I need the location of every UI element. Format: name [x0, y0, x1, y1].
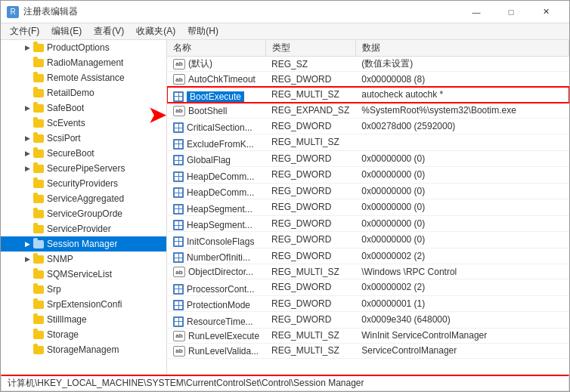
- cell-type: REG_DWORD: [265, 72, 355, 87]
- folder-icon: [33, 208, 45, 219]
- type-icon: HeapSegment...: [173, 204, 252, 215]
- name-text: ProcessorCont...: [187, 284, 254, 295]
- col-type[interactable]: 类型: [265, 40, 355, 57]
- tree-item-1[interactable]: RadioManagement: [1, 55, 166, 70]
- tree-item-0[interactable]: ▶ProductOptions: [1, 40, 166, 55]
- tree-item-7[interactable]: ▶SecureBoot: [1, 146, 166, 161]
- cell-data: 0x00000000 (0): [355, 150, 568, 167]
- type-icon: abRunLevelValida...: [173, 346, 259, 357]
- table-row[interactable]: abRunLevelExecuteREG_MULTI_SZWinInit Ser…: [167, 328, 569, 343]
- tree-item-14[interactable]: ▶SNMP: [1, 252, 166, 267]
- cell-data: 0x00278d00 (2592000): [355, 118, 568, 134]
- tree-item-6[interactable]: ▶ScsiPort: [1, 131, 166, 146]
- tree-item-9[interactable]: SecurityProviders: [1, 176, 166, 191]
- table-row[interactable]: ExcludeFromK...REG_MULTI_SZ: [167, 134, 569, 151]
- type-icon: ResourceTime...: [173, 316, 253, 327]
- tree-arrow: [22, 73, 33, 83]
- main-window: R 注册表编辑器 — □ ✕ 文件(F) 编辑(E) 查看(V) 收藏夹(A) …: [0, 0, 570, 392]
- table-row[interactable]: ProcessorCont...REG_DWORD0x00000002 (2): [167, 279, 569, 296]
- folder-icon: [33, 193, 45, 204]
- tree-item-12[interactable]: ServiceProvider: [1, 221, 166, 236]
- table-row[interactable]: abRunLevelValida...REG_MULTI_SZServiceCo…: [167, 343, 569, 358]
- minimize-button[interactable]: —: [459, 1, 494, 23]
- tree-item-label: SecureBoot: [47, 148, 94, 159]
- tree-item-4[interactable]: ▶SafeBoot: [1, 100, 166, 116]
- menu-edit[interactable]: 编辑(E): [45, 23, 88, 39]
- cell-type: REG_DWORD: [265, 167, 355, 184]
- menu-file[interactable]: 文件(F): [4, 23, 45, 39]
- cell-type: REG_EXPAND_SZ: [265, 103, 355, 118]
- table-row[interactable]: HeapSegment...REG_DWORD0x00000000 (0): [167, 215, 569, 232]
- menu-view[interactable]: 查看(V): [88, 23, 130, 39]
- tree-item-18[interactable]: StillImage: [1, 312, 166, 327]
- tree-arrow: ▶: [22, 254, 33, 264]
- table-row[interactable]: abAutoChkTimeoutREG_DWORD0x00000008 (8): [167, 72, 569, 87]
- tree-arrow: [22, 118, 33, 128]
- grid-icon: [173, 171, 184, 182]
- tree-item-20[interactable]: StorageManagem: [1, 342, 166, 357]
- table-row[interactable]: ProtectionModeREG_DWORD0x00000001 (1): [167, 295, 569, 312]
- cell-name: abRunLevelExecute: [167, 328, 265, 343]
- grid-icon: [173, 139, 184, 150]
- table-row[interactable]: CriticalSection...REG_DWORD0x00278d00 (2…: [167, 118, 569, 134]
- tree-arrow: [22, 344, 33, 355]
- table-row[interactable]: BootExecuteREG_MULTI_SZautocheck autochk…: [167, 87, 569, 103]
- tree-item-15[interactable]: SQMServiceList: [1, 267, 166, 282]
- menu-favorites[interactable]: 收藏夹(A): [130, 23, 181, 39]
- tree-arrow: [22, 299, 33, 310]
- name-text: HeapSegment...: [187, 220, 252, 230]
- tree-item-5[interactable]: ScEvents: [1, 116, 166, 131]
- table-row[interactable]: ResourceTime...REG_DWORD0x0009e340 (6480…: [167, 312, 569, 329]
- tree-item-label: SafeBoot: [47, 103, 84, 113]
- ab-icon: ab: [173, 74, 185, 85]
- tree-item-16[interactable]: Srp: [1, 282, 166, 297]
- cell-type: REG_SZ: [265, 57, 355, 72]
- tree-item-label: Storage: [47, 329, 79, 340]
- name-text: RunLevelExecute: [188, 331, 259, 341]
- tree-item-2[interactable]: Remote Assistance: [1, 70, 166, 85]
- table-row[interactable]: abBootShellREG_EXPAND_SZ%SystemRoot%\sys…: [167, 103, 569, 118]
- tree-arrow: [22, 269, 33, 279]
- table-row[interactable]: GlobalFlagREG_DWORD0x00000000 (0): [167, 150, 569, 167]
- folder-icon: [33, 133, 45, 144]
- tree-item-3[interactable]: RetailDemo: [1, 85, 166, 100]
- table-row[interactable]: HeapDeComm...REG_DWORD0x00000000 (0): [167, 183, 569, 199]
- menubar: 文件(F) 编辑(E) 查看(V) 收藏夹(A) 帮助(H): [1, 23, 569, 40]
- tree-item-13[interactable]: ▶Session Manager: [1, 236, 166, 252]
- cell-name: ExcludeFromK...: [167, 134, 265, 151]
- tree-item-10[interactable]: ServiceAggregated: [1, 191, 166, 206]
- close-button[interactable]: ✕: [528, 1, 563, 23]
- title-controls: — □ ✕: [459, 1, 563, 23]
- type-icon: NumberOfIniti...: [173, 252, 250, 263]
- col-data[interactable]: 数据: [355, 40, 568, 57]
- menu-help[interactable]: 帮助(H): [181, 23, 225, 39]
- cell-type: REG_MULTI_SZ: [265, 343, 355, 358]
- table-row[interactable]: HeapDeComm...REG_DWORD0x00000000 (0): [167, 167, 569, 184]
- folder-icon: [33, 269, 45, 279]
- table-row[interactable]: NumberOfIniti...REG_DWORD0x00000002 (2): [167, 248, 569, 264]
- tree-item-17[interactable]: SrpExtensionConfi: [1, 297, 166, 312]
- table-row[interactable]: abObjectDirector...REG_MULTI_SZ\Windows …: [167, 264, 569, 279]
- table-row[interactable]: ab(默认)REG_SZ(数值未设置): [167, 57, 569, 72]
- tree-arrow: ▶: [22, 239, 33, 249]
- maximize-button[interactable]: □: [494, 1, 528, 23]
- cell-type: REG_MULTI_SZ: [265, 134, 355, 151]
- folder-icon: [33, 118, 45, 128]
- folder-icon: [33, 163, 45, 174]
- col-name[interactable]: 名称: [167, 40, 265, 57]
- tree-arrow: [22, 193, 33, 204]
- tree-item-8[interactable]: ▶SecurePipeServers: [1, 161, 166, 176]
- tree-item-19[interactable]: Storage: [1, 327, 166, 342]
- grid-icon: [173, 122, 184, 133]
- cell-name: ProcessorCont...: [167, 279, 265, 296]
- folder-icon: [33, 73, 45, 83]
- cell-data: 0x00000000 (0): [355, 215, 568, 232]
- table-row[interactable]: InitConsoleFlagsREG_DWORD0x00000000 (0): [167, 232, 569, 248]
- type-icon: ExcludeFromK...: [173, 139, 254, 150]
- registry-tree[interactable]: ▶ProductOptions RadioManagement Remote A…: [1, 40, 167, 375]
- registry-values[interactable]: 名称 类型 数据 ab(默认)REG_SZ(数值未设置)abAutoChkTim…: [167, 40, 569, 375]
- name-text: ObjectDirector...: [188, 267, 253, 277]
- table-row[interactable]: HeapSegment...REG_DWORD0x00000000 (0): [167, 199, 569, 216]
- tree-item-label: ServiceAggregated: [47, 193, 124, 204]
- tree-item-11[interactable]: ServiceGroupOrde: [1, 206, 166, 221]
